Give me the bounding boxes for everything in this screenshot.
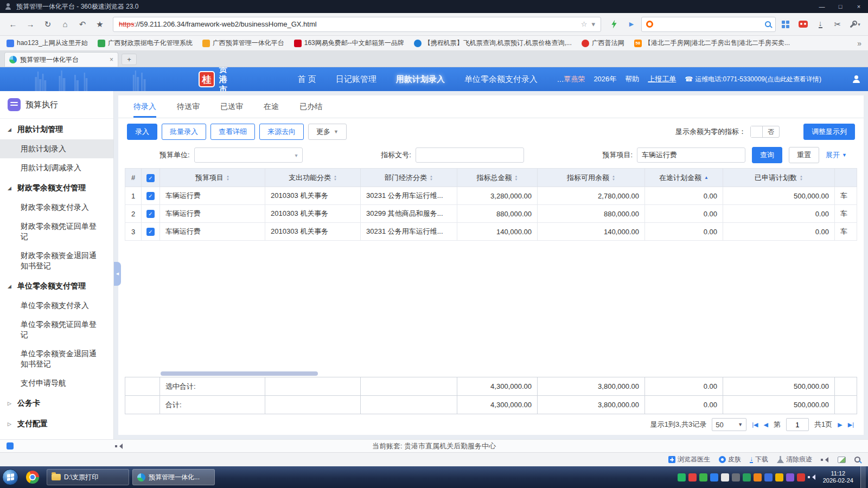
tab-in-transit[interactable]: 在途 xyxy=(264,95,279,118)
bookmark-58[interactable]: 58 【港北二手房网|港北二手房出售|港北二手房买卖... xyxy=(634,38,790,48)
adjust-columns-button[interactable]: 调整显示列 xyxy=(803,124,855,140)
horizontal-scrollbar-track[interactable] xyxy=(125,370,857,377)
hotline[interactable]: ☎ 运维电话:0771-5330009(点击此处查看详情) xyxy=(685,75,821,84)
status-speaker-icon[interactable] xyxy=(115,443,123,450)
browser-account-icon[interactable] xyxy=(4,3,12,10)
screenshot-scissors-icon[interactable]: ✂ xyxy=(830,17,845,32)
sort-icon[interactable]: ▲▼ xyxy=(612,175,615,181)
sidebar-root-budget-exec[interactable]: 预算执行 xyxy=(0,91,113,119)
current-user[interactable]: 覃燕荣 xyxy=(564,74,585,84)
next-page-icon[interactable]: ▶ xyxy=(838,421,842,428)
col-applied[interactable]: 已申请计划数▲▼ xyxy=(723,169,835,187)
table-row[interactable]: 1 ✓ 车辆运行费 2010303 机关事务 30231 公务用车运行维... … xyxy=(125,187,857,205)
col-total[interactable]: 指标总金额▲▼ xyxy=(457,169,538,187)
prev-page-icon[interactable]: ◀ xyxy=(764,421,768,428)
sort-icon[interactable]: ▲▼ xyxy=(334,175,337,181)
media-play-icon[interactable]: ▶ xyxy=(624,17,639,32)
sort-icon[interactable]: ▲▼ xyxy=(800,175,803,181)
sidebar-item-fiscal-zero-receipt[interactable]: 财政零余额凭证回单登记 xyxy=(0,217,113,246)
tray-icon[interactable] xyxy=(786,473,794,481)
show-desktop-button[interactable] xyxy=(860,466,866,488)
col-transit[interactable]: 在途计划金额▲ xyxy=(645,169,723,187)
expand-link[interactable]: 展开 ▼ xyxy=(826,150,847,160)
sidebar-group-fiscal-zero[interactable]: ◢ 财政零余额支付管理 xyxy=(0,177,113,198)
tab-pending-entry[interactable]: 待录入 xyxy=(133,95,156,118)
tray-icon[interactable] xyxy=(678,473,686,481)
zoom-icon[interactable] xyxy=(854,457,860,463)
select-all-checkbox[interactable]: ✓ xyxy=(146,174,155,182)
col-available[interactable]: 指标可用余额▲▼ xyxy=(538,169,645,187)
skin-button[interactable]: 皮肤 xyxy=(719,455,741,464)
tools-wrench-icon[interactable]: ▾ xyxy=(847,17,863,32)
batch-entry-button[interactable]: 批量录入 xyxy=(162,124,206,140)
sidebar-item-unit-zero-receipt[interactable]: 单位零余额凭证回单登记 xyxy=(0,315,113,344)
bookmark-hao123[interactable]: hao123_上网从这里开始 xyxy=(7,38,88,48)
tray-icon[interactable] xyxy=(710,473,718,481)
tray-icon[interactable] xyxy=(764,473,773,481)
apps-grid-icon[interactable] xyxy=(778,17,793,32)
sidebar-group-plan-mgmt[interactable]: ◢ 用款计划管理 xyxy=(0,119,113,139)
forward-icon[interactable]: → xyxy=(23,17,38,32)
col-economy[interactable]: 部门经济分类▲▼ xyxy=(361,169,457,187)
search-button[interactable]: 查询 xyxy=(752,147,782,163)
home-icon[interactable]: ⌂ xyxy=(58,17,73,32)
view-detail-button[interactable]: 查看详细 xyxy=(210,124,255,140)
reset-button[interactable]: 重置 xyxy=(789,147,819,163)
row-checkbox[interactable]: ✓ xyxy=(146,228,155,236)
budget-project-input[interactable] xyxy=(637,147,745,163)
bookmark-yusuan[interactable]: 广西预算管理一体化平台 xyxy=(202,38,284,48)
tray-icon[interactable] xyxy=(699,473,707,481)
tray-icon[interactable] xyxy=(732,473,740,481)
download-manager-button[interactable]: ↓ 下载 xyxy=(750,455,768,464)
sidebar-group-gongwuka[interactable]: ▷ 公务卡 xyxy=(0,393,113,413)
sidebar-item-fiscal-zero-entry[interactable]: 财政零余额支付录入 xyxy=(0,198,113,217)
budget-unit-select[interactable]: ▾ xyxy=(194,147,303,163)
sort-icon[interactable]: ▲▼ xyxy=(515,175,518,181)
user-avatar-icon[interactable] xyxy=(852,75,860,84)
nav-unit-zero-pay[interactable]: 单位零余额支付录入 xyxy=(464,74,538,85)
tab-completed[interactable]: 已办结 xyxy=(299,95,322,118)
sidebar-item-unit-zero-entry[interactable]: 单位零余额支付录入 xyxy=(0,296,113,315)
download-icon[interactable]: ↓ xyxy=(813,17,828,32)
sort-icon[interactable]: ▲▼ xyxy=(430,175,433,181)
sort-icon[interactable]: ▲▼ xyxy=(226,175,229,181)
col-project[interactable]: 预算项目▲▼ xyxy=(160,169,265,187)
tray-icon[interactable] xyxy=(721,473,729,481)
new-tab-button[interactable]: + xyxy=(122,54,137,65)
sidebar-group-unit-zero[interactable]: ◢ 单位零余额支付管理 xyxy=(0,275,113,296)
start-button[interactable] xyxy=(2,469,18,485)
restore-button[interactable]: □ xyxy=(831,0,850,13)
more-button[interactable]: 更多 ▼ xyxy=(308,124,347,140)
bookmark-star-icon[interactable]: ★ xyxy=(92,17,107,32)
address-bar[interactable]: https ://59.211.206.34/framework-web2/bu… xyxy=(113,17,601,32)
volume-icon[interactable] xyxy=(808,474,816,480)
undo-icon[interactable]: ↶ xyxy=(75,17,90,32)
zero-balance-toggle[interactable]: 否 xyxy=(750,126,780,138)
minimize-button[interactable]: — xyxy=(813,0,831,13)
bookmark-pufa[interactable]: 广西普法网 xyxy=(582,38,624,48)
tab-pending-review[interactable]: 待送审 xyxy=(177,95,200,118)
horizontal-scrollbar-thumb[interactable] xyxy=(161,371,318,376)
bookmarks-overflow-icon[interactable]: » xyxy=(857,39,861,48)
browser-doctor-button[interactable]: 浏览器医生 xyxy=(668,455,710,464)
search-icon[interactable] xyxy=(765,21,771,27)
back-icon[interactable]: ← xyxy=(5,17,21,32)
tab-close-icon[interactable]: × xyxy=(110,56,113,63)
bookmark-ctrip[interactable]: 【携程机票】飞机票查询,机票预订,机票价格查询,... xyxy=(414,38,572,48)
nav-more[interactable]: ... xyxy=(557,74,564,85)
sidebar-item-plan-reduce[interactable]: 用款计划调减录入 xyxy=(0,158,113,177)
tray-icon[interactable] xyxy=(754,473,762,481)
tab-submitted[interactable]: 已送审 xyxy=(220,95,243,118)
first-page-icon[interactable]: |◀ xyxy=(752,421,758,428)
image-toggle-icon[interactable] xyxy=(838,457,846,463)
close-button[interactable]: × xyxy=(850,0,868,13)
indicator-doc-input[interactable] xyxy=(416,147,524,163)
favorite-icon[interactable]: ☆ xyxy=(581,20,588,28)
sidebar-item-plan-entry[interactable]: 用款计划录入 xyxy=(0,139,113,158)
bookmark-163[interactable]: 163网易免费邮--中文邮箱第一品牌 xyxy=(294,38,404,48)
taskbar-window-explorer[interactable]: D:\支票打印 xyxy=(47,469,129,485)
chrome-taskbar-icon[interactable] xyxy=(26,471,39,484)
sidebar-item-unit-zero-refund[interactable]: 单位零余额资金退回通知书登记 xyxy=(0,344,113,374)
status-app-icon[interactable] xyxy=(7,442,14,450)
sidebar-item-fiscal-zero-refund[interactable]: 财政零余额资金退回通知书登记 xyxy=(0,246,113,275)
